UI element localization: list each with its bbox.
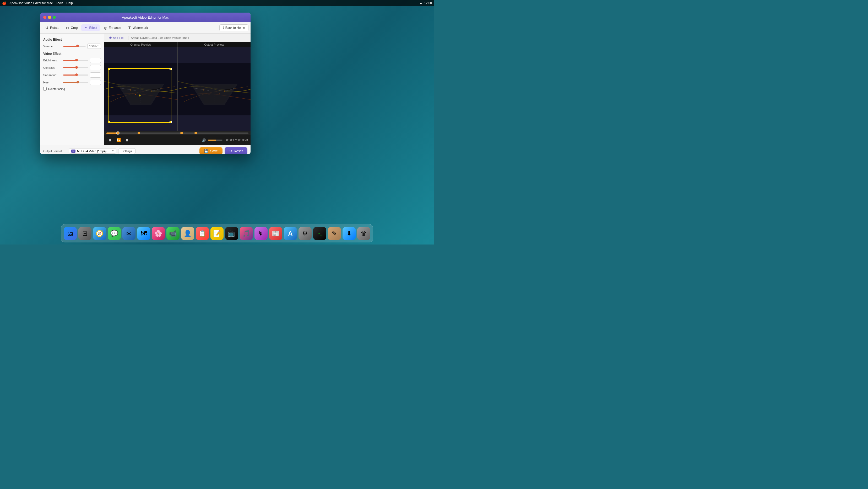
dock-messages[interactable]: 💬 [108, 227, 121, 240]
svg-point-4 [135, 94, 136, 95]
dock-notes[interactable]: 📝 [211, 227, 223, 240]
window-title: Apeaksoft Video Editor for Mac [122, 16, 169, 20]
menubar-right: ● 12:00 [420, 1, 432, 5]
enhance-label: Enhance [109, 26, 121, 30]
progress-track[interactable] [106, 133, 248, 134]
deinterlacing-checkbox[interactable] [43, 87, 46, 90]
hue-row: Hue: 0 [43, 80, 101, 85]
rotate-button[interactable]: ↺ Rotate [42, 24, 62, 31]
progress-marker-3 [194, 132, 197, 134]
dock-facetime[interactable]: 📹 [166, 227, 180, 240]
menubar: 🍎 Apeaksoft Video Editor for Mac Tools H… [0, 0, 434, 6]
hue-input[interactable]: 0 [90, 80, 101, 85]
dock-contacts[interactable]: 👤 [181, 227, 194, 240]
controls-bar: ⏸ ⏩ ⏹ 🔊 00:00:17/00:03:23 [104, 135, 251, 145]
svg-point-3 [151, 90, 152, 91]
back-to-home-label: Back to Home [225, 26, 245, 30]
dock-podcasts[interactable]: 🎙 [254, 227, 268, 240]
menubar-app-name[interactable]: Apeaksoft Video Editor for Mac [9, 1, 53, 5]
menubar-help[interactable]: Help [66, 1, 73, 5]
menubar-tools[interactable]: Tools [56, 1, 63, 5]
save-button[interactable]: 💾 Save [199, 147, 222, 154]
right-panel: ⊕ Add File | Artbat, David Guetta ...eo … [104, 34, 251, 145]
back-to-home-button[interactable]: ⟨ Back to Home [219, 24, 248, 31]
reset-label: Reset [234, 149, 243, 153]
rotate-icon: ↺ [45, 26, 49, 30]
back-home-icon: ⟨ [223, 26, 224, 30]
dock-news[interactable]: 📰 [269, 227, 282, 240]
saturation-input[interactable]: 0 [90, 73, 101, 78]
output-format-label: Output Format: [43, 149, 67, 153]
deinterlacing-label: Deinterlacing [48, 87, 65, 90]
brightness-input[interactable]: 0 [90, 58, 101, 63]
dock-music[interactable]: 🎵 [240, 227, 253, 240]
format-icon: ▶ [71, 149, 75, 153]
output-format-row: Output Format: ▶ MPEG-4 Video (*.mp4) ▾ … [43, 147, 247, 154]
menubar-wifi-icon: ● [420, 1, 422, 5]
deinterlacing-row: Deinterlacing [43, 87, 101, 90]
app-window: Apeaksoft Video Editor for Mac ↺ Rotate … [40, 12, 251, 154]
dock-tv[interactable]: 📺 [225, 227, 238, 240]
add-file-button[interactable]: ⊕ Add File [107, 35, 126, 40]
dock-launchpad[interactable]: ⊞ [79, 227, 91, 240]
hue-label: Hue: [43, 81, 62, 84]
svg-point-5 [146, 93, 147, 94]
watermark-icon: T [127, 26, 131, 30]
volume-stepper[interactable]: ⌃ [97, 45, 99, 48]
volume-slider-video[interactable] [208, 140, 222, 141]
preview-labels: Original Preview Output Preview [104, 42, 251, 47]
dock-terminal[interactable]: >_ [313, 227, 326, 240]
save-label: Save [210, 149, 218, 153]
dock-pencil-app[interactable]: ✎ [328, 227, 341, 240]
title-bar: Apeaksoft Video Editor for Mac [40, 12, 251, 22]
effect-icon: ✦ [84, 26, 88, 30]
volume-row: Volume: 100% ⌃ [43, 44, 101, 49]
enhance-button[interactable]: ◎ Enhance [101, 24, 124, 31]
volume-slider[interactable] [63, 46, 86, 47]
brightness-slider[interactable] [63, 60, 88, 61]
reset-button[interactable]: ↺ Reset [225, 147, 247, 154]
settings-button[interactable]: Settings [118, 148, 135, 154]
toolbar: ↺ Rotate ⊡ Crop ✦ Effect ◎ Enhance T Wat… [40, 22, 251, 34]
format-select[interactable]: ▶ MPEG-4 Video (*.mp4) ▾ [69, 148, 116, 154]
format-value: MPEG-4 Video (*.mp4) [77, 149, 106, 153]
output-video-content [178, 47, 251, 131]
contrast-input[interactable]: 0 [90, 65, 101, 70]
preview-area: + [104, 47, 251, 131]
dock-finder[interactable]: 🗂 [64, 227, 77, 240]
stop-button[interactable]: ⏹ [124, 137, 130, 143]
menubar-clock: 12:00 [424, 1, 432, 5]
fast-forward-button[interactable]: ⏩ [115, 137, 122, 143]
progress-marker-1 [137, 132, 140, 134]
minimize-button[interactable] [48, 16, 51, 19]
output-preview-label: Output Preview [178, 42, 251, 47]
dock-systemprefs[interactable]: ⚙ [299, 227, 312, 240]
dock-trash[interactable]: 🗑 [357, 227, 370, 240]
dock-reminders[interactable]: 📋 [196, 227, 209, 240]
left-panel: Audio Effect Volume: 100% ⌃ Video Effect [40, 34, 104, 145]
pause-button[interactable]: ⏸ [107, 137, 113, 143]
svg-point-10 [208, 94, 209, 95]
dock-downloads[interactable]: ⬇ [343, 227, 355, 240]
crop-icon: ⊡ [65, 26, 70, 30]
saturation-label: Saturation: [43, 74, 62, 77]
effect-button[interactable]: ✦ Effect [81, 24, 100, 31]
action-buttons: 💾 Save ↺ Reset [199, 147, 247, 154]
dock-maps[interactable]: 🗺 [137, 227, 150, 240]
svg-point-8 [203, 89, 204, 90]
watermark-label: Watermark [133, 26, 148, 30]
hue-slider[interactable] [63, 82, 88, 83]
dock-mail[interactable]: ✉ [122, 227, 135, 240]
watermark-button[interactable]: T Watermark [125, 24, 150, 31]
close-button[interactable] [43, 16, 46, 19]
crop-button[interactable]: ⊡ Crop [63, 24, 80, 31]
saturation-slider[interactable] [63, 75, 88, 76]
dock-appstore[interactable]: A [284, 227, 297, 240]
apple-menu[interactable]: 🍎 [2, 1, 6, 5]
dock-safari[interactable]: 🧭 [93, 227, 106, 240]
original-video-content: + [104, 47, 178, 131]
maximize-button[interactable] [53, 16, 56, 19]
dock-photos[interactable]: 🌸 [152, 227, 165, 240]
contrast-slider[interactable] [63, 67, 88, 68]
progress-bar-container [104, 131, 251, 135]
